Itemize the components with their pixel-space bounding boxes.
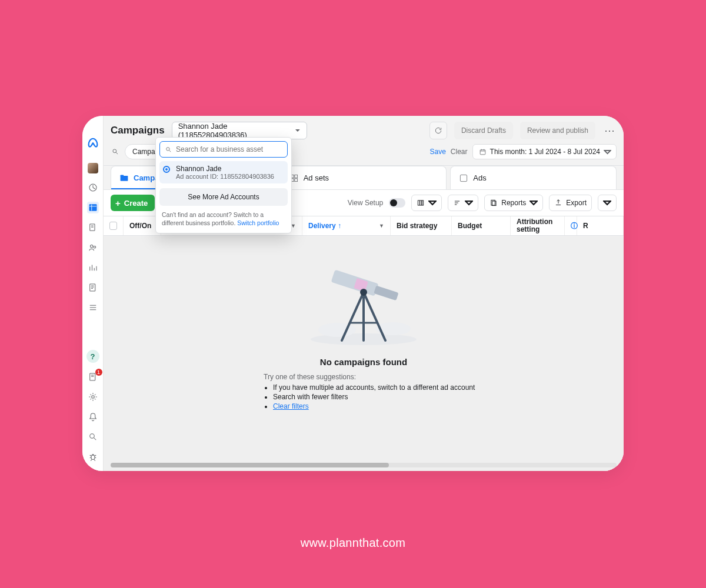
nav-search-icon[interactable]	[87, 431, 99, 443]
export-button[interactable]: Export	[549, 195, 592, 211]
profile-avatar[interactable]	[88, 163, 98, 173]
chevron-down-icon	[295, 128, 301, 133]
svg-point-26	[318, 323, 356, 337]
svg-point-8	[89, 434, 94, 439]
account-dropdown-panel: Shannon Jade Ad account ID: 118552804903…	[155, 137, 292, 233]
see-more-accounts-button[interactable]: See More Ad Accounts	[159, 188, 288, 206]
save-filters-link[interactable]: Save	[430, 148, 446, 156]
more-tools-button[interactable]	[598, 195, 617, 211]
empty-suggestion: If you have multiple ad accounts, switch…	[273, 383, 505, 392]
nav-billing-icon[interactable]	[87, 282, 99, 293]
filter-search-icon[interactable]	[111, 148, 120, 156]
clear-filters-link[interactable]: Clear filters	[273, 402, 309, 410]
folder-icon	[119, 173, 129, 183]
horizontal-scrollbar[interactable]	[111, 463, 617, 467]
svg-rect-6	[89, 373, 95, 380]
empty-try-label: Try one of these suggestions:	[264, 373, 505, 381]
chevron-down-icon	[604, 148, 611, 156]
nav-menu-icon[interactable]	[87, 302, 99, 313]
svg-rect-22	[422, 201, 424, 205]
asset-search-input[interactable]	[176, 145, 282, 153]
switch-portfolio-hint: Can't find an ad account? Switch to a di…	[159, 206, 288, 227]
review-publish-button[interactable]: Review and publish	[520, 122, 595, 139]
calendar-icon	[479, 148, 487, 156]
radio-selected-icon	[163, 166, 170, 173]
breakdown-button[interactable]	[448, 195, 478, 211]
svg-rect-14	[121, 175, 124, 176]
nav-adslib-icon[interactable]	[87, 222, 99, 233]
empty-title: No campaigns found	[222, 357, 505, 367]
info-icon[interactable]: ⓘ	[565, 216, 577, 235]
account-option-name: Shannon Jade	[176, 165, 274, 173]
account-option[interactable]: Shannon Jade Ad account ID: 118552804903…	[159, 161, 288, 183]
more-menu-icon[interactable]: ⋯	[602, 124, 617, 137]
date-range-picker[interactable]: This month: 1 Jul 2024 - 8 Jul 2024	[472, 144, 617, 159]
svg-rect-21	[420, 201, 422, 205]
svg-rect-19	[461, 175, 467, 181]
svg-point-11	[113, 149, 116, 153]
telescope-illustration	[308, 258, 419, 346]
col-bid-strategy[interactable]: Bid strategy	[391, 216, 452, 235]
page-title: Campaigns	[111, 125, 165, 136]
clear-filters-link[interactable]: Clear	[451, 148, 468, 156]
help-button[interactable]: ?	[86, 350, 99, 363]
svg-rect-1	[89, 205, 96, 211]
nav-bell-icon[interactable]	[87, 411, 99, 423]
scrollbar-thumb[interactable]	[111, 463, 389, 467]
svg-rect-29	[374, 286, 398, 301]
svg-point-10	[166, 147, 169, 150]
svg-rect-18	[294, 178, 297, 181]
svg-rect-24	[492, 201, 496, 206]
nav-analytics-icon[interactable]	[87, 262, 99, 273]
view-setup-label: View Setup	[348, 199, 384, 207]
svg-rect-16	[294, 175, 297, 178]
account-option-id: Ad account ID: 118552804903836	[176, 173, 274, 180]
create-button[interactable]: +Create	[111, 195, 155, 211]
reports-button[interactable]: Reports	[484, 195, 543, 211]
col-attribution[interactable]: Attribution setting	[511, 216, 565, 235]
nav-overview-icon[interactable]	[87, 182, 99, 193]
notification-badge: 1	[95, 369, 102, 376]
tab-ads[interactable]: Ads	[450, 166, 617, 189]
col-budget[interactable]: Budget	[452, 216, 511, 235]
discard-drafts-button[interactable]: Discard Drafts	[454, 122, 513, 139]
svg-point-9	[91, 455, 95, 460]
svg-point-3	[90, 245, 93, 248]
nav-activity-icon[interactable]: 1	[87, 371, 99, 383]
empty-suggestion: Search with fewer filters	[273, 393, 505, 401]
switch-portfolio-link[interactable]: Switch portfolio	[237, 219, 279, 226]
nav-bug-icon[interactable]	[87, 451, 99, 463]
nav-settings-icon[interactable]	[87, 391, 99, 403]
select-all-checkbox[interactable]	[104, 216, 124, 235]
col-results[interactable]: R	[577, 216, 624, 235]
app-body: Campaigns Shannon Jade (118552804903836)…	[104, 116, 624, 471]
svg-point-7	[91, 396, 94, 399]
left-rail: ? 1	[82, 116, 104, 471]
search-icon	[165, 146, 172, 153]
svg-rect-12	[480, 149, 485, 154]
asset-search-field[interactable]	[159, 141, 288, 158]
svg-rect-20	[418, 201, 420, 205]
nav-campaigns-icon[interactable]	[87, 202, 99, 213]
svg-point-4	[94, 246, 95, 248]
view-setup-toggle[interactable]	[389, 198, 405, 208]
date-range-label: This month: 1 Jul 2024 - 8 Jul 2024	[490, 148, 600, 156]
meta-logo-icon	[86, 137, 99, 152]
plus-icon: +	[115, 199, 121, 208]
col-delivery[interactable]: Delivery ↑▼	[302, 216, 391, 235]
refresh-button[interactable]	[429, 122, 447, 139]
svg-rect-28	[331, 270, 379, 296]
topbar: Campaigns Shannon Jade (118552804903836)…	[104, 116, 624, 139]
app-window: ? 1 Campaigns Shannon Jade (118552804903…	[82, 116, 624, 471]
empty-state: No campaigns found Try one of these sugg…	[104, 236, 624, 471]
svg-rect-5	[89, 284, 95, 291]
ad-icon	[459, 173, 468, 183]
svg-point-31	[360, 289, 367, 296]
columns-button[interactable]	[411, 195, 442, 211]
nav-audiences-icon[interactable]	[87, 242, 99, 253]
tab-adsets[interactable]: Ad sets	[281, 166, 447, 189]
caption-url: www.plannthat.com	[0, 536, 706, 550]
